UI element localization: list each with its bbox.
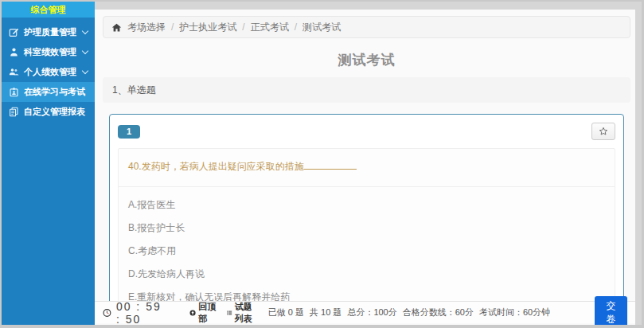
stat-answered: 已做 0 题 [268, 307, 304, 318]
sidebar-title: 综合管理 [2, 2, 95, 18]
chevron-down-icon [82, 68, 88, 74]
list-icon [226, 308, 232, 318]
question-card: 1 40.发药时，若病人提出疑问应采取的措施 A.报告医生 B.报告护士长 C.… [109, 114, 624, 302]
edit-icon [9, 27, 19, 37]
option-e[interactable]: E.重新核对，确认无误后再解释并给药 [128, 286, 605, 302]
breadcrumb-item-nurse-exam[interactable]: 护士执业考试 [179, 21, 236, 34]
favorite-button[interactable] [591, 123, 615, 140]
sidebar-nav: 护理质量管理 科室绩效管理 个人绩效管理 [2, 18, 95, 122]
scrollbar-track[interactable] [635, 10, 642, 325]
question-type-bar: 1、单选题 [103, 77, 630, 103]
chevron-down-icon [82, 28, 88, 34]
question-card-viewport: 1 40.发药时，若病人提出疑问应采取的措施 A.报告医生 B.报告护士长 C.… [109, 114, 624, 302]
sidebar-item-custom-reports[interactable]: 自定义管理报表 [2, 102, 95, 122]
stat-duration: 考试时间：60分钟 [479, 307, 550, 318]
sidebar-item-label: 科室绩效管理 [24, 46, 76, 58]
question-number-badge: 1 [118, 125, 140, 139]
main-content: 考场选择 / 护士执业考试 / 正式考试 / 测试考试 测试考试 1、单选题 1 [95, 10, 642, 302]
arrow-up-circle-icon [189, 308, 196, 318]
breadcrumb: 考场选择 / 护士执业考试 / 正式考试 / 测试考试 [103, 16, 630, 38]
sidebar: 综合管理 护理质量管理 科室绩效管理 个人绩效管理 [2, 2, 95, 325]
back-to-top-button[interactable]: 回顶部 [189, 301, 217, 325]
report-icon [9, 107, 19, 117]
sidebar-item-label: 护理质量管理 [24, 26, 76, 38]
option-d[interactable]: D.先发给病人再说 [128, 263, 605, 286]
user-icon [9, 47, 19, 57]
timer-value: 00 : 59 : 50 [116, 300, 167, 326]
clock-icon [103, 307, 111, 319]
sidebar-item-nursing-quality[interactable]: 护理质量管理 [2, 22, 95, 42]
stat-total-score: 总分：100分 [347, 307, 396, 318]
option-a[interactable]: A.报告医生 [128, 193, 605, 217]
window-top-strip [95, 2, 642, 10]
answer-blank-line [304, 162, 357, 170]
users-icon [9, 67, 19, 77]
options-list: A.报告医生 B.报告护士长 C.考虑不用 D.先发给病人再说 E.重新核对，确… [119, 187, 615, 302]
breadcrumb-item-exam-room[interactable]: 考场选择 [127, 21, 166, 34]
breadcrumb-item-formal-exam[interactable]: 正式考试 [251, 21, 289, 34]
star-icon [599, 127, 608, 136]
option-b[interactable]: B.报告护士长 [128, 217, 605, 240]
option-c[interactable]: C.考虑不用 [128, 240, 605, 263]
page-title: 测试考试 [103, 51, 630, 69]
countdown-timer: 00 : 59 : 50 [103, 300, 167, 326]
sidebar-item-online-learning-exam[interactable]: 在线学习与考试 [2, 82, 95, 102]
question-card-header: 1 [118, 123, 615, 140]
submit-exam-button[interactable]: 交卷 [595, 296, 627, 326]
badge-icon [9, 87, 19, 97]
exam-status-bar: 00 : 59 : 50 回顶部 试题列表 已做 0 题 共 10 题 总分：1… [95, 301, 635, 323]
home-icon[interactable] [111, 22, 122, 33]
sidebar-item-label: 自定义管理报表 [24, 106, 85, 118]
question-panel: 40.发药时，若病人提出疑问应采取的措施 A.报告医生 B.报告护士长 C.考虑… [118, 148, 615, 302]
breadcrumb-item-test-exam[interactable]: 测试考试 [302, 21, 341, 34]
chevron-down-icon [82, 48, 88, 54]
stat-total-questions: 共 10 题 [310, 307, 342, 318]
sidebar-item-label: 在线学习与考试 [24, 86, 85, 98]
sidebar-item-personal-performance[interactable]: 个人绩效管理 [2, 62, 95, 82]
breadcrumb-separator: / [295, 21, 297, 33]
question-list-button[interactable]: 试题列表 [226, 301, 259, 325]
exam-stats: 已做 0 题 共 10 题 总分：100分 合格分数线：60分 考试时间：60分… [268, 307, 550, 318]
breadcrumb-separator: / [171, 21, 174, 33]
stat-pass-line: 合格分数线：60分 [403, 307, 474, 318]
main-area: 考场选择 / 护士执业考试 / 正式考试 / 测试考试 测试考试 1、单选题 1 [95, 2, 642, 325]
question-text: 40.发药时，若病人提出疑问应采取的措施 [119, 149, 615, 187]
sidebar-item-label: 个人绩效管理 [24, 66, 76, 78]
breadcrumb-separator: / [242, 21, 244, 33]
app-window: 综合管理 护理质量管理 科室绩效管理 个人绩效管理 [2, 2, 642, 325]
sidebar-item-dept-performance[interactable]: 科室绩效管理 [2, 42, 95, 62]
